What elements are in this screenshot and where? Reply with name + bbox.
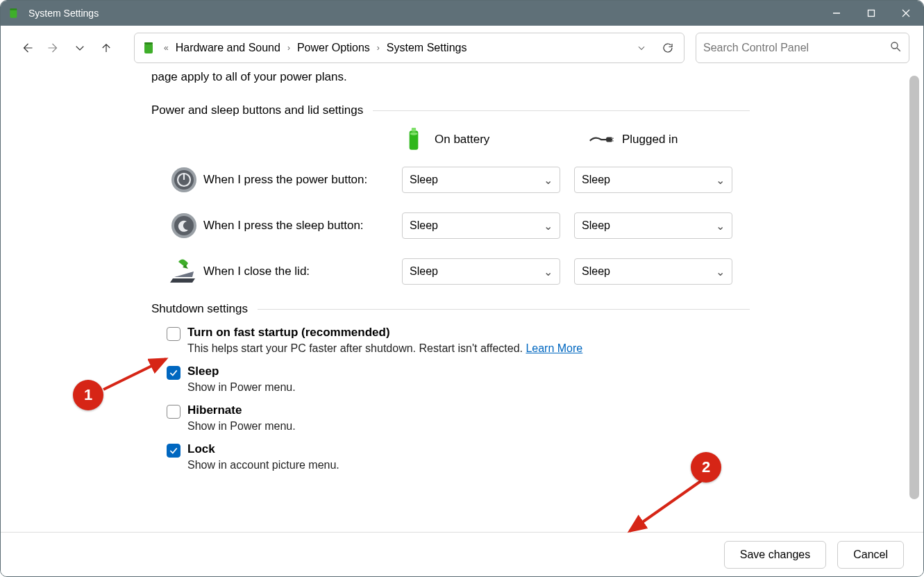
refresh-button[interactable] [656,36,680,60]
column-plugged-in: Plugged in [589,127,728,152]
minimize-button[interactable] [819,1,854,26]
lock-checkbox[interactable] [167,444,180,458]
footer: Save changes Cancel [1,532,923,576]
window-title: System Settings [28,8,99,19]
toolbar: « Hardware and Sound › Power Options › S… [1,26,923,70]
option-title: Sleep [187,365,219,378]
breadcrumb-system-settings[interactable]: System Settings [385,42,469,54]
address-dropdown[interactable] [630,36,653,60]
search-input[interactable] [703,42,889,54]
power-button-battery-select[interactable]: Sleep⌄ [402,167,560,193]
chevron-down-icon: ⌄ [544,265,553,278]
maximize-button[interactable] [854,1,889,26]
intro-text: page apply to all of your power plans. [151,70,896,84]
save-button[interactable]: Save changes [724,541,826,569]
option-title: Hibernate [187,403,242,417]
option-hibernate: Hibernate Show in Power menu. [167,403,896,433]
svg-line-9 [897,48,900,51]
search-icon [889,40,902,56]
power-button-plugged-select[interactable]: Sleep⌄ [574,167,732,193]
title-bar: System Settings [1,1,923,26]
lid-plugged-select[interactable]: Sleep⌄ [574,258,732,285]
section-power-buttons: Power and sleep buttons and lid settings [151,103,750,117]
sleep-checkbox[interactable] [167,366,180,380]
cancel-button[interactable]: Cancel [837,541,904,569]
hibernate-checkbox[interactable] [167,405,180,419]
option-fast-startup: Turn on fast startup (recommended) This … [167,326,896,355]
learn-more-link[interactable]: Learn More [526,342,582,354]
column-headers: On battery Plugged in [401,127,896,152]
chevron-down-icon: ⌄ [544,174,553,187]
svg-rect-1 [10,8,17,10]
up-button[interactable] [94,35,119,60]
option-desc: Show in Power menu. [187,420,896,433]
recent-dropdown[interactable] [67,35,92,60]
row-sleep-button: When I press the sleep button: Sleep⌄ Sl… [169,210,896,241]
chevron-down-icon: ⌄ [716,219,725,233]
fast-startup-checkbox[interactable] [167,327,180,341]
back-button[interactable] [15,35,40,60]
column-label: Plugged in [622,133,678,147]
row-power-button: When I press the power button: Sleep⌄ Sl… [169,165,896,195]
address-bar[interactable]: « Hardware and Sound › Power Options › S… [134,33,684,63]
option-desc: This helps start your PC faster after sh… [187,342,896,355]
close-button[interactable] [889,1,923,26]
app-icon [8,6,22,20]
breadcrumb-hardware-sound[interactable]: Hardware and Sound [174,42,282,54]
search-box[interactable] [696,33,909,63]
chevron-down-icon: ⌄ [716,174,725,187]
forward-button[interactable] [41,35,66,60]
svg-rect-7 [144,42,153,44]
content-area: page apply to all of your power plans. P… [1,70,923,532]
row-label: When I press the power button: [203,173,402,187]
chevron-down-icon: ⌄ [716,265,725,278]
row-close-lid: When I close the lid: Sleep⌄ Sleep⌄ [169,256,896,287]
annotation-marker-1: 1 [73,380,103,410]
sleep-button-plugged-select[interactable]: Sleep⌄ [574,212,732,239]
svg-point-8 [891,42,898,49]
row-label: When I press the sleep button: [203,219,402,233]
row-label: When I close the lid: [203,265,402,278]
annotation-marker-2: 2 [691,452,721,483]
svg-point-12 [410,132,418,135]
option-lock: Lock Show in account picture menu. [167,442,896,471]
option-desc: Show in account picture menu. [187,459,896,471]
section-shutdown: Shutdown settings [151,302,750,316]
breadcrumb-overflow[interactable]: « [161,43,171,53]
power-icon [169,165,199,195]
lid-battery-select[interactable]: Sleep⌄ [402,258,560,285]
svg-rect-11 [412,128,416,131]
section-title: Shutdown settings [151,302,248,316]
sleep-button-battery-select[interactable]: Sleep⌄ [402,212,560,239]
sleep-icon [169,210,199,241]
laptop-lid-icon [169,256,199,287]
svg-rect-0 [10,10,17,18]
chevron-right-icon: › [374,43,383,53]
column-label: On battery [435,133,489,147]
chevron-down-icon: ⌄ [544,219,553,233]
option-title: Lock [187,442,215,456]
option-sleep: Sleep Show in Power menu. [167,365,896,394]
plug-icon [589,127,614,152]
breadcrumb-power-options[interactable]: Power Options [296,42,371,54]
control-panel-icon [142,40,158,56]
option-title: Turn on fast startup (recommended) [187,326,390,340]
chevron-right-icon: › [285,43,293,53]
section-title: Power and sleep buttons and lid settings [151,103,363,117]
svg-point-21 [174,216,194,235]
svg-rect-6 [144,44,153,53]
option-desc: Show in Power menu. [187,381,896,394]
svg-rect-3 [868,10,875,17]
battery-icon [401,127,426,152]
svg-rect-13 [606,137,612,142]
scrollbar-thumb[interactable] [909,76,919,499]
column-on-battery: On battery [401,127,540,152]
